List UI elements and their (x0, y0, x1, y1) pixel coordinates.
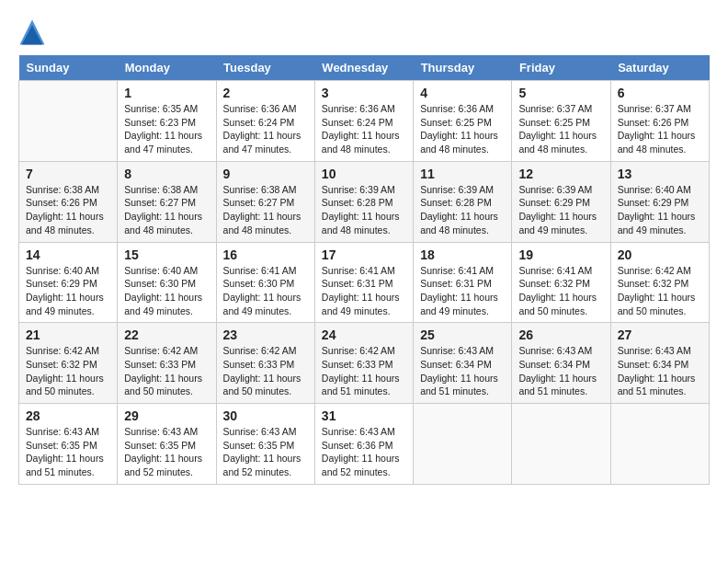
day-info: Sunrise: 6:43 AMSunset: 6:35 PMDaylight:… (124, 425, 209, 479)
calendar-cell: 25Sunrise: 6:43 AMSunset: 6:34 PMDayligh… (414, 323, 512, 404)
day-info: Sunrise: 6:42 AMSunset: 6:32 PMDaylight:… (618, 264, 702, 318)
day-number: 1 (124, 86, 209, 100)
weekday-header-saturday: Saturday (610, 55, 709, 81)
calendar-cell (19, 81, 118, 162)
day-number: 24 (322, 327, 406, 342)
calendar-cell: 14Sunrise: 6:40 AMSunset: 6:29 PMDayligh… (19, 242, 118, 323)
calendar-cell: 29Sunrise: 6:43 AMSunset: 6:35 PMDayligh… (118, 404, 216, 485)
day-number: 19 (518, 247, 603, 262)
calendar-cell: 30Sunrise: 6:43 AMSunset: 6:35 PMDayligh… (216, 404, 314, 485)
week-row-1: 1Sunrise: 6:35 AMSunset: 6:23 PMDaylight… (19, 81, 710, 162)
day-number: 26 (518, 327, 603, 342)
calendar-cell: 17Sunrise: 6:41 AMSunset: 6:31 PMDayligh… (314, 242, 413, 323)
day-number: 27 (618, 327, 702, 342)
calendar-cell: 16Sunrise: 6:41 AMSunset: 6:30 PMDayligh… (216, 242, 314, 323)
day-info: Sunrise: 6:41 AMSunset: 6:32 PMDaylight:… (518, 264, 603, 318)
calendar-cell: 24Sunrise: 6:42 AMSunset: 6:33 PMDayligh… (314, 323, 413, 404)
day-number: 3 (322, 86, 406, 100)
calendar-cell: 10Sunrise: 6:39 AMSunset: 6:28 PMDayligh… (314, 161, 413, 242)
calendar-cell: 20Sunrise: 6:42 AMSunset: 6:32 PMDayligh… (610, 242, 709, 323)
day-info: Sunrise: 6:39 AMSunset: 6:28 PMDaylight:… (322, 183, 406, 237)
calendar-cell: 8Sunrise: 6:38 AMSunset: 6:27 PMDaylight… (118, 161, 216, 242)
calendar-cell: 5Sunrise: 6:37 AMSunset: 6:25 PMDaylight… (512, 81, 610, 162)
day-info: Sunrise: 6:38 AMSunset: 6:27 PMDaylight:… (124, 183, 209, 237)
week-row-5: 28Sunrise: 6:43 AMSunset: 6:35 PMDayligh… (19, 404, 710, 485)
weekday-header-row: SundayMondayTuesdayWednesdayThursdayFrid… (19, 55, 710, 81)
weekday-header-sunday: Sunday (19, 55, 118, 81)
day-number: 12 (518, 167, 603, 181)
day-number: 14 (26, 247, 110, 262)
day-number: 25 (420, 327, 505, 342)
day-info: Sunrise: 6:43 AMSunset: 6:35 PMDaylight:… (26, 425, 110, 479)
day-info: Sunrise: 6:43 AMSunset: 6:36 PMDaylight:… (322, 425, 406, 479)
day-info: Sunrise: 6:39 AMSunset: 6:28 PMDaylight:… (420, 183, 505, 237)
day-number: 20 (618, 247, 702, 262)
day-number: 21 (26, 327, 110, 342)
calendar-cell: 6Sunrise: 6:37 AMSunset: 6:26 PMDaylight… (610, 81, 709, 162)
calendar-cell: 15Sunrise: 6:40 AMSunset: 6:30 PMDayligh… (118, 242, 216, 323)
day-info: Sunrise: 6:38 AMSunset: 6:27 PMDaylight:… (223, 183, 308, 237)
page-header (18, 18, 710, 46)
weekday-header-thursday: Thursday (414, 55, 512, 81)
day-number: 23 (223, 327, 308, 342)
calendar-cell: 1Sunrise: 6:35 AMSunset: 6:23 PMDaylight… (118, 81, 216, 162)
logo (18, 18, 50, 46)
calendar-cell (414, 404, 512, 485)
weekday-header-wednesday: Wednesday (314, 55, 413, 81)
day-number: 15 (124, 247, 209, 262)
calendar-cell: 18Sunrise: 6:41 AMSunset: 6:31 PMDayligh… (414, 242, 512, 323)
calendar-cell: 27Sunrise: 6:43 AMSunset: 6:34 PMDayligh… (610, 323, 709, 404)
day-info: Sunrise: 6:37 AMSunset: 6:26 PMDaylight:… (618, 102, 702, 156)
day-info: Sunrise: 6:43 AMSunset: 6:34 PMDaylight:… (420, 344, 505, 398)
day-info: Sunrise: 6:41 AMSunset: 6:31 PMDaylight:… (322, 264, 406, 318)
day-info: Sunrise: 6:42 AMSunset: 6:32 PMDaylight:… (26, 344, 110, 398)
day-number: 30 (223, 408, 308, 423)
week-row-2: 7Sunrise: 6:38 AMSunset: 6:26 PMDaylight… (19, 161, 710, 242)
day-number: 2 (223, 86, 308, 100)
day-info: Sunrise: 6:41 AMSunset: 6:30 PMDaylight:… (223, 264, 308, 318)
day-info: Sunrise: 6:43 AMSunset: 6:34 PMDaylight:… (518, 344, 603, 398)
day-info: Sunrise: 6:43 AMSunset: 6:35 PMDaylight:… (223, 425, 308, 479)
day-number: 6 (618, 86, 702, 100)
weekday-header-friday: Friday (512, 55, 610, 81)
day-number: 11 (420, 167, 505, 181)
day-number: 13 (618, 167, 702, 181)
weekday-header-monday: Monday (118, 55, 216, 81)
day-number: 28 (26, 408, 110, 423)
calendar-cell: 2Sunrise: 6:36 AMSunset: 6:24 PMDaylight… (216, 81, 314, 162)
week-row-4: 21Sunrise: 6:42 AMSunset: 6:32 PMDayligh… (19, 323, 710, 404)
day-info: Sunrise: 6:40 AMSunset: 6:29 PMDaylight:… (26, 264, 110, 318)
calendar-cell: 26Sunrise: 6:43 AMSunset: 6:34 PMDayligh… (512, 323, 610, 404)
calendar-cell: 12Sunrise: 6:39 AMSunset: 6:29 PMDayligh… (512, 161, 610, 242)
logo-icon (18, 18, 46, 46)
day-info: Sunrise: 6:36 AMSunset: 6:25 PMDaylight:… (420, 102, 505, 156)
day-info: Sunrise: 6:43 AMSunset: 6:34 PMDaylight:… (618, 344, 702, 398)
calendar-cell: 21Sunrise: 6:42 AMSunset: 6:32 PMDayligh… (19, 323, 118, 404)
day-info: Sunrise: 6:42 AMSunset: 6:33 PMDaylight:… (322, 344, 406, 398)
day-info: Sunrise: 6:36 AMSunset: 6:24 PMDaylight:… (322, 102, 406, 156)
calendar-cell: 7Sunrise: 6:38 AMSunset: 6:26 PMDaylight… (19, 161, 118, 242)
calendar-cell: 23Sunrise: 6:42 AMSunset: 6:33 PMDayligh… (216, 323, 314, 404)
day-number: 31 (322, 408, 406, 423)
day-number: 7 (26, 167, 110, 181)
day-number: 10 (322, 167, 406, 181)
calendar-table: SundayMondayTuesdayWednesdayThursdayFrid… (18, 55, 710, 485)
day-number: 17 (322, 247, 406, 262)
day-info: Sunrise: 6:42 AMSunset: 6:33 PMDaylight:… (223, 344, 308, 398)
day-number: 8 (124, 167, 209, 181)
calendar-cell: 11Sunrise: 6:39 AMSunset: 6:28 PMDayligh… (414, 161, 512, 242)
day-info: Sunrise: 6:38 AMSunset: 6:26 PMDaylight:… (26, 183, 110, 237)
day-number: 9 (223, 167, 308, 181)
day-info: Sunrise: 6:40 AMSunset: 6:29 PMDaylight:… (618, 183, 702, 237)
calendar-cell: 4Sunrise: 6:36 AMSunset: 6:25 PMDaylight… (414, 81, 512, 162)
calendar-cell: 13Sunrise: 6:40 AMSunset: 6:29 PMDayligh… (610, 161, 709, 242)
day-number: 18 (420, 247, 505, 262)
day-number: 29 (124, 408, 209, 423)
day-number: 16 (223, 247, 308, 262)
calendar-cell: 28Sunrise: 6:43 AMSunset: 6:35 PMDayligh… (19, 404, 118, 485)
day-info: Sunrise: 6:35 AMSunset: 6:23 PMDaylight:… (124, 102, 209, 156)
calendar-cell: 22Sunrise: 6:42 AMSunset: 6:33 PMDayligh… (118, 323, 216, 404)
day-info: Sunrise: 6:41 AMSunset: 6:31 PMDaylight:… (420, 264, 505, 318)
week-row-3: 14Sunrise: 6:40 AMSunset: 6:29 PMDayligh… (19, 242, 710, 323)
calendar-cell: 31Sunrise: 6:43 AMSunset: 6:36 PMDayligh… (314, 404, 413, 485)
